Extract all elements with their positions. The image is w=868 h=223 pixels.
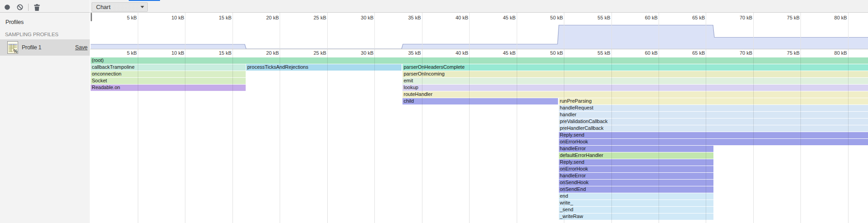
svg-text:%: % xyxy=(14,49,18,54)
